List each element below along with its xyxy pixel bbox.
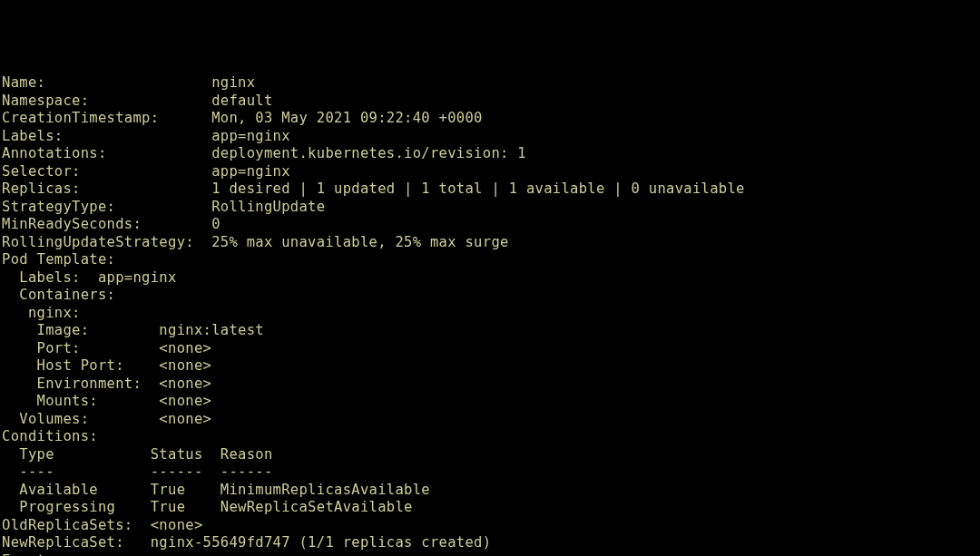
terminal-output[interactable]: Name: nginx Namespace: default CreationT… bbox=[2, 74, 978, 556]
